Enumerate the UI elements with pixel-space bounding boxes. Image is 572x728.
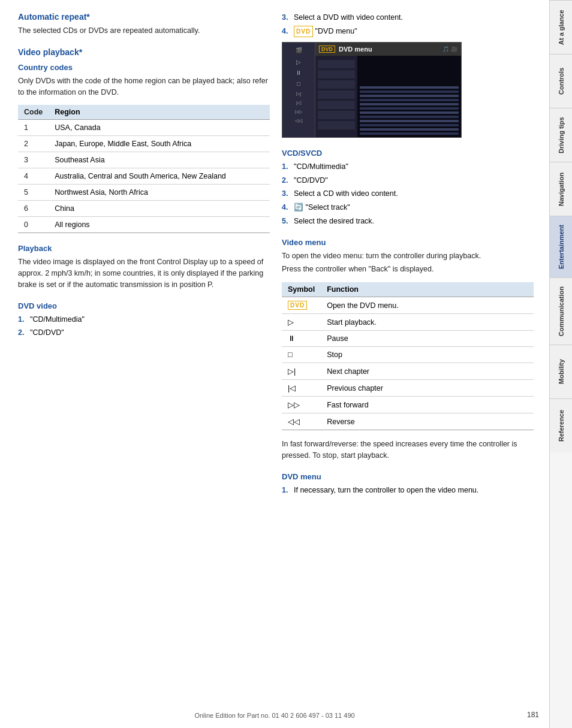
region-cell: Northwest Asia, North Africa [49, 185, 270, 201]
list-item: 3.Select a DVD with video content. [282, 12, 534, 23]
list-item: 2."CD/DVD" [282, 175, 534, 186]
function-cell: Open the DVD menu. [321, 297, 534, 314]
step-text: If necessary, turn the controller to ope… [294, 485, 478, 496]
auto-repeat-title: Automatic repeat* [18, 12, 270, 22]
table-header-region: Region [49, 105, 270, 120]
list-item: 3.Select a CD with video content. [282, 188, 534, 200]
playback-title: Playback [18, 244, 270, 253]
step-text: Select a CD with video content. [294, 188, 398, 200]
symbol-table: Symbol Function DVDOpen the DVD menu.▷St… [282, 282, 534, 430]
step-text: "CD/Multimedia" [294, 161, 348, 173]
table-row: 3Southeast Asia [18, 152, 270, 168]
tab-entertainment[interactable]: Entertainment [550, 216, 572, 277]
table-row: 1USA, Canada [18, 120, 270, 136]
list-item: 4.DVD "DVD menu" [282, 26, 534, 37]
step-text: 🔄 "Select track" [294, 202, 350, 213]
function-cell: Next chapter [321, 363, 534, 380]
list-item: 1."CD/Multimedia" [18, 314, 270, 325]
country-codes-body: Only DVDs with the code of the home regi… [18, 75, 270, 98]
table-row: ▷|Next chapter [282, 363, 534, 380]
tab-at-a-glance[interactable]: At a glance [550, 0, 572, 54]
symbol-cell: ▷▷ [282, 397, 321, 413]
list-item: 1.If necessary, turn the controller to o… [282, 485, 534, 496]
step-num: 3. [282, 188, 290, 200]
table-row: |◁Previous chapter [282, 380, 534, 397]
table-row: ⏸Pause [282, 331, 534, 347]
tab-driving-tips[interactable]: Driving tips [550, 108, 572, 162]
table-row: 0All regions [18, 217, 270, 233]
vcd-svcd-title: VCD/SVCD [282, 149, 534, 158]
video-menu-body1: To open the video menu: turn the control… [282, 250, 534, 262]
function-cell: Stop [321, 347, 534, 363]
dvd-screenshot: 🎬 ▷ ⏸ □ ▷| |◁ ▷▷ ◁◁ DVD DVD menu 🎵 🎥 [282, 42, 462, 138]
step-num: 1. [282, 485, 290, 496]
function-cell: Start playback. [321, 314, 534, 331]
step-num: 3. [282, 12, 290, 23]
step-num: 1. [282, 161, 290, 173]
dvd-video-title: DVD video [18, 301, 270, 310]
right-column: 3.Select a DVD with video content.4.DVD … [282, 12, 534, 716]
table-header-function: Function [321, 282, 534, 297]
step-text: Select a DVD with video content. [294, 12, 403, 23]
function-cell: Pause [321, 331, 534, 347]
code-cell: 1 [18, 120, 49, 136]
region-cell: China [49, 201, 270, 217]
auto-repeat-body: The selected CDs or DVDs are repeated au… [18, 25, 270, 37]
tab-navigation[interactable]: Navigation [550, 162, 572, 216]
dvd-video-steps-right: 3.Select a DVD with video content.4.DVD … [282, 12, 534, 37]
country-code-table: Code Region 1USA, Canada2Japan, Europe, … [18, 105, 270, 233]
tab-mobility[interactable]: Mobility [550, 345, 572, 398]
playback-body: The video image is displayed on the fron… [18, 256, 270, 290]
table-row: 6China [18, 201, 270, 217]
code-cell: 2 [18, 136, 49, 152]
code-cell: 6 [18, 201, 49, 217]
fast-forward-note: In fast forward/reverse: the speed incre… [282, 439, 534, 461]
function-cell: Reverse [321, 413, 534, 430]
symbol-cell: DVD [282, 297, 321, 314]
dvd-menu-title: DVD menu [282, 472, 534, 481]
list-item: 2."CD/DVD" [18, 327, 270, 339]
dvd-menu-steps: 1.If necessary, turn the controller to o… [282, 485, 534, 496]
dvd-logo-icon: DVD [294, 26, 313, 37]
step-num: 2. [282, 175, 290, 186]
region-cell: USA, Canada [49, 120, 270, 136]
code-cell: 4 [18, 168, 49, 185]
table-header-symbol: Symbol [282, 282, 321, 297]
symbol-cell: ▷| [282, 363, 321, 380]
table-row: 4Australia, Central and South America, N… [18, 168, 270, 185]
region-cell: Australia, Central and South America, Ne… [49, 168, 270, 185]
table-row: 5Northwest Asia, North Africa [18, 185, 270, 201]
region-cell: Japan, Europe, Middle East, South Africa [49, 136, 270, 152]
table-row: □Stop [282, 347, 534, 363]
dvd-logo-icon: DVD [288, 301, 307, 310]
tab-controls[interactable]: Controls [550, 54, 572, 108]
region-cell: Southeast Asia [49, 152, 270, 168]
symbol-cell: ⏸ [282, 331, 321, 347]
table-row: ▷Start playback. [282, 314, 534, 331]
left-column: Automatic repeat* The selected CDs or DV… [18, 12, 270, 716]
symbol-cell: □ [282, 347, 321, 363]
video-menu-title: Video menu [282, 238, 534, 247]
table-row: ▷▷Fast forward [282, 397, 534, 413]
symbol-cell: |◁ [282, 380, 321, 397]
step-num: 5. [282, 216, 290, 227]
tab-communication[interactable]: Communication [550, 277, 572, 345]
function-cell: Fast forward [321, 397, 534, 413]
table-header-code: Code [18, 105, 49, 120]
list-item: 5.Select the desired track. [282, 216, 534, 227]
page-wrapper: Automatic repeat* The selected CDs or DV… [0, 0, 572, 728]
function-cell: Previous chapter [321, 380, 534, 397]
region-cell: All regions [49, 217, 270, 233]
main-content: Automatic repeat* The selected CDs or DV… [0, 0, 549, 728]
step-text: "CD/DVD" [294, 175, 328, 186]
tab-reference[interactable]: Reference [550, 398, 572, 452]
country-codes-title: Country codes [18, 63, 270, 72]
vcd-svcd-steps: 1."CD/Multimedia"2."CD/DVD"3.Select a CD… [282, 161, 534, 227]
step-num: 1. [18, 314, 26, 325]
symbol-cell: ◁◁ [282, 413, 321, 430]
code-cell: 5 [18, 185, 49, 201]
table-row: DVDOpen the DVD menu. [282, 297, 534, 314]
step-num: 4. [282, 26, 290, 37]
step-num: 2. [18, 327, 26, 339]
list-item: 4.🔄 "Select track" [282, 202, 534, 213]
